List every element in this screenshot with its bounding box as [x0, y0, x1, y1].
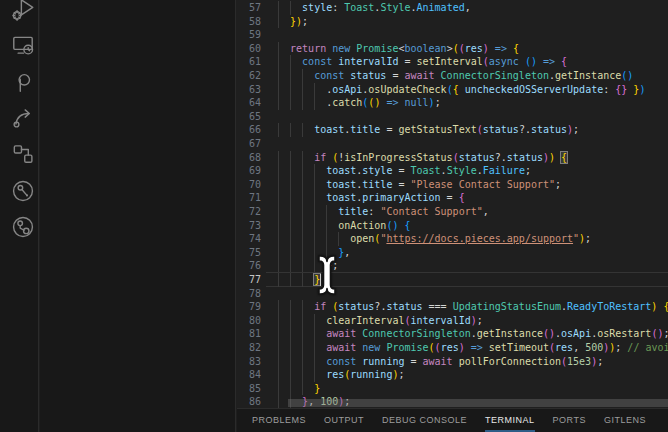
side-bar: [40, 0, 236, 432]
pieces-icon[interactable]: [10, 69, 36, 95]
line-number[interactable]: 60: [237, 42, 261, 56]
line-number[interactable]: 68: [237, 151, 261, 165]
line-number[interactable]: 64: [237, 96, 261, 110]
code-line[interactable]: 66 toast.title = getStatusText(status?.s…: [237, 123, 668, 137]
line-number[interactable]: 73: [237, 219, 261, 233]
indent-guide: [278, 327, 279, 341]
code-line[interactable]: 72 title: "Contact Support",: [237, 205, 668, 219]
line-number[interactable]: 79: [237, 300, 261, 314]
indent-guide: [302, 164, 303, 178]
line-number[interactable]: 63: [237, 83, 261, 97]
live-preview-icon[interactable]: [10, 32, 36, 58]
panel-tab-debug-console[interactable]: DEBUG CONSOLE: [382, 409, 467, 432]
code-line[interactable]: 81 await ConnectorSingleton.getInstance(…: [237, 327, 668, 341]
panel-tab-gitlens[interactable]: GITLENS: [604, 409, 646, 432]
code-line[interactable]: 70 toast.title = "Please Contact Support…: [237, 178, 668, 192]
line-number[interactable]: 66: [237, 123, 261, 137]
line-number[interactable]: 78: [237, 287, 261, 301]
indent-guide: [290, 205, 291, 219]
line-number[interactable]: 57: [237, 1, 261, 15]
code-line[interactable]: 65: [237, 110, 668, 124]
line-number[interactable]: 75: [237, 246, 261, 260]
panel-tab-problems[interactable]: PROBLEMS: [252, 409, 306, 432]
code-line[interactable]: 69 toast.style = Toast.Style.Failure;: [237, 164, 668, 178]
horizontal-scrollbar[interactable]: [288, 399, 668, 407]
run-and-debug-icon[interactable]: [10, 0, 36, 22]
line-number[interactable]: 82: [237, 341, 261, 355]
code-line[interactable]: 62 const status = await ConnectorSinglet…: [237, 69, 668, 83]
line-number[interactable]: 69: [237, 164, 261, 178]
line-content: });: [278, 15, 308, 29]
line-number[interactable]: 62: [237, 69, 261, 83]
line-number[interactable]: 59: [237, 28, 261, 42]
code-line[interactable]: 59: [237, 28, 668, 42]
code-line[interactable]: 85 }: [237, 382, 668, 396]
panel-tab-terminal[interactable]: TERMINAL: [485, 409, 535, 432]
line-number[interactable]: 72: [237, 205, 261, 219]
line-content: await ConnectorSingleton.getInstance().o…: [278, 327, 668, 341]
line-number[interactable]: 67: [237, 137, 261, 151]
line-number[interactable]: 83: [237, 355, 261, 369]
code-line[interactable]: 77 }: [237, 273, 668, 287]
share-arrow-icon[interactable]: [10, 105, 36, 131]
line-number[interactable]: 58: [237, 15, 261, 29]
indent-guide: [278, 259, 279, 273]
line-number[interactable]: 77: [237, 273, 261, 287]
line-number[interactable]: 76: [237, 259, 261, 273]
indent-guide: [314, 327, 315, 341]
indent-guide: [338, 232, 339, 246]
activity-bar: [0, 0, 39, 432]
panel-tab-output[interactable]: OUTPUT: [324, 409, 364, 432]
line-number[interactable]: 84: [237, 368, 261, 382]
code-editor[interactable]: 57 style: Toast.Style.Animated,58 });596…: [237, 0, 668, 408]
indent-guide: [302, 69, 303, 83]
panel-tab-ports[interactable]: PORTS: [553, 409, 586, 432]
code-line[interactable]: 83 const running = await pollForConnecti…: [237, 355, 668, 369]
line-number[interactable]: 61: [237, 55, 261, 69]
line-content: onAction() {: [278, 219, 411, 233]
indent-guide: [290, 327, 291, 341]
code-line[interactable]: 74 open("https://docs.pieces.app/support…: [237, 232, 668, 246]
indent-guide: [290, 232, 291, 246]
indent-guide: [278, 355, 279, 369]
line-number[interactable]: 80: [237, 314, 261, 328]
code-line[interactable]: 60 return new Promise<boolean>((res) => …: [237, 42, 668, 56]
code-line[interactable]: 78: [237, 287, 668, 301]
indent-guide: [302, 246, 303, 260]
code-line[interactable]: 71 toast.primaryAction = {: [237, 191, 668, 205]
line-number[interactable]: 74: [237, 232, 261, 246]
panel-tab-bar: PROBLEMSOUTPUTDEBUG CONSOLETERMINALPORTS…: [237, 409, 668, 432]
indent-guide: [278, 1, 279, 15]
code-line[interactable]: 63 .osApi.osUpdateCheck({ uncheckedOSSer…: [237, 83, 668, 97]
code-line[interactable]: 67: [237, 137, 668, 151]
line-number[interactable]: 65: [237, 110, 261, 124]
code-line[interactable]: 82 await new Promise((res) => setTimeout…: [237, 341, 668, 355]
code-line[interactable]: 64 .catch(() => null);: [237, 96, 668, 110]
commit-graph-icon[interactable]: [10, 178, 36, 204]
code-line[interactable]: 84 res(running);: [237, 368, 668, 382]
code-line[interactable]: 76 };: [237, 259, 668, 273]
line-number[interactable]: 70: [237, 178, 261, 192]
line-number[interactable]: 71: [237, 191, 261, 205]
indent-guide: [314, 314, 315, 328]
line-number[interactable]: 81: [237, 327, 261, 341]
code-line[interactable]: 80 clearInterval(intervalId);: [237, 314, 668, 328]
code-line[interactable]: 58 });: [237, 15, 668, 29]
code-line[interactable]: 61 const intervalId = setInterval(async …: [237, 55, 668, 69]
code-line[interactable]: 68 if (!isInProgressStatus(status?.statu…: [237, 151, 668, 165]
indent-guide: [314, 83, 315, 97]
commit-graph-gear-icon[interactable]: [10, 214, 36, 240]
line-number[interactable]: 86: [237, 395, 261, 408]
line-number[interactable]: 85: [237, 382, 261, 396]
indent-guide: [302, 382, 303, 396]
linked-squares-icon[interactable]: [10, 141, 36, 167]
code-line[interactable]: 73 onAction() {: [237, 219, 668, 233]
indent-guide: [278, 273, 279, 287]
indent-guide: [278, 164, 279, 178]
indent-guide: [302, 219, 303, 233]
code-line[interactable]: 75 },: [237, 246, 668, 260]
code-line[interactable]: 57 style: Toast.Style.Animated,: [237, 1, 668, 15]
indent-guide: [278, 96, 279, 110]
code-line[interactable]: 79 if (status?.status === UpdatingStatus…: [237, 300, 668, 314]
indent-guide: [302, 123, 303, 137]
